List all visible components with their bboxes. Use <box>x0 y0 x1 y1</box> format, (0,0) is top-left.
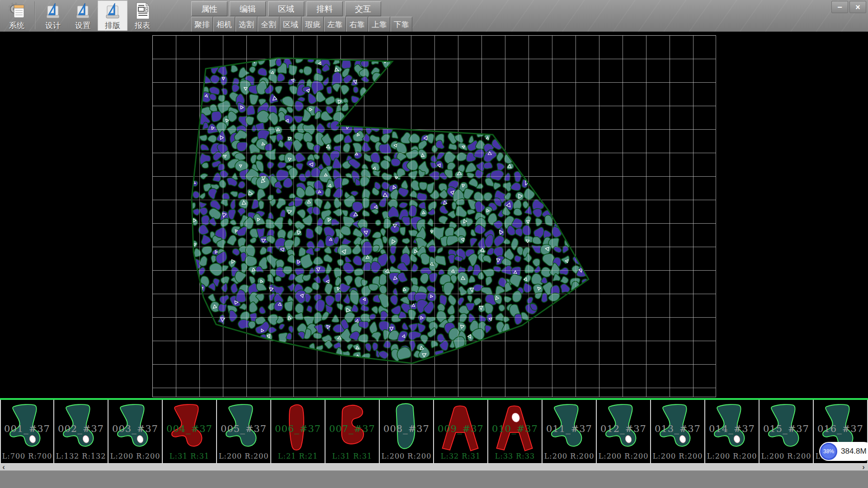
piece-name: 009_#37 <box>434 423 487 434</box>
piece-thumbnail[interactable]: 009_#37L:32 R:31 <box>434 400 488 463</box>
mode-button-label: 排版 <box>105 20 120 31</box>
progress-badge: 38% 384.8M <box>819 442 868 461</box>
piece-count-info: L:31 R:31 <box>326 452 379 460</box>
mode-button-label: 报表 <box>135 20 150 31</box>
menu-row-tools: 聚排相机选割全割区域瑕疵左靠右靠上靠下靠 <box>191 17 413 32</box>
scroll-left-arrow[interactable]: ‹ <box>0 464 7 471</box>
piece-name: 015_#37 <box>760 423 813 434</box>
menu-button-5[interactable]: 交互 <box>345 1 381 16</box>
mode-button-report[interactable]: 报表 <box>127 0 157 31</box>
piece-count-info: L:31 R:31 <box>163 452 216 460</box>
piece-name: 004_#37 <box>163 423 216 434</box>
menu-row-primary: 属性编辑区域排料交互 <box>191 1 383 16</box>
piece-name: 010_#37 <box>488 423 542 434</box>
set-square-icon <box>43 1 63 20</box>
piece-count-info: L:132 R:132 <box>54 452 108 460</box>
nesting-canvas[interactable] <box>0 32 868 398</box>
piece-count-info: L:200 R:200 <box>760 452 813 460</box>
piece-thumbnail[interactable]: 015_#37L:200 R:200 <box>760 400 814 463</box>
status-bar <box>0 470 868 488</box>
mode-button-bar: 系统设计设置排版报表 <box>2 0 157 31</box>
piece-name: 007_#37 <box>326 423 379 434</box>
window-controls: − × <box>831 1 866 13</box>
tool-button-3[interactable]: 选割 <box>236 17 257 32</box>
piece-thumbnail[interactable]: 012_#37L:200 R:200 <box>597 400 651 463</box>
piece-name: 012_#37 <box>597 423 650 434</box>
menu-button-2[interactable]: 编辑 <box>230 1 266 16</box>
tool-button-2[interactable]: 相机 <box>213 17 235 32</box>
mode-button-label: 系统 <box>9 20 24 31</box>
menu-button-3[interactable]: 区域 <box>268 1 304 16</box>
piece-thumbnail-strip: 001_#37L:700 R:700002_#37L:132 R:132003_… <box>0 398 868 463</box>
menu-button-4[interactable]: 排料 <box>307 1 343 16</box>
piece-thumbnail[interactable]: 014_#37L:200 R:200 <box>705 400 760 463</box>
close-button[interactable]: × <box>849 1 866 13</box>
main-toolbar: 系统设计设置排版报表 属性编辑区域排料交互 聚排相机选割全割区域瑕疵左靠右靠上靠… <box>0 0 868 32</box>
mode-button-label: 设置 <box>75 20 90 31</box>
tool-button-10[interactable]: 下靠 <box>391 17 412 32</box>
piece-name: 001_#37 <box>1 423 53 434</box>
piece-name: 014_#37 <box>705 423 759 434</box>
piece-name: 016_#37 <box>814 423 867 434</box>
piece-thumbnail[interactable]: 005_#37L:200 R:200 <box>217 400 271 463</box>
minimize-button[interactable]: − <box>831 1 848 13</box>
memory-usage-label: 384.8M <box>841 442 867 461</box>
tool-button-1[interactable]: 聚排 <box>191 17 213 32</box>
toolbar-divider <box>34 1 35 29</box>
piece-count-info: L:200 R:200 <box>651 452 704 460</box>
piece-count-info: L:21 R:21 <box>271 452 325 460</box>
report-icon <box>132 1 152 20</box>
piece-thumbnail[interactable]: 004_#37L:31 R:31 <box>163 400 217 463</box>
piece-count-info: L:700 R:700 <box>1 452 53 460</box>
piece-thumbnail[interactable]: 002_#37L:132 R:132 <box>54 400 108 463</box>
piece-name: 008_#37 <box>380 423 433 434</box>
piece-thumbnail[interactable]: 011_#37L:200 R:200 <box>542 400 597 463</box>
piece-thumbnail[interactable]: 006_#37L:21 R:21 <box>271 400 326 463</box>
mode-button-system[interactable]: 系统 <box>2 0 32 31</box>
piece-count-info: L:200 R:200 <box>108 452 162 460</box>
piece-name: 006_#37 <box>271 423 325 434</box>
scroll-right-arrow[interactable]: › <box>860 464 867 471</box>
piece-thumbnail[interactable]: 013_#37L:200 R:200 <box>651 400 705 463</box>
piece-count-info: L:200 R:200 <box>217 452 270 460</box>
tool-button-4[interactable]: 全割 <box>258 17 279 32</box>
tool-button-5[interactable]: 区域 <box>280 17 302 32</box>
piece-name: 005_#37 <box>217 423 270 434</box>
mode-button-setup[interactable]: 设置 <box>68 0 98 31</box>
mode-button-label: 设计 <box>45 20 61 31</box>
progress-percent-indicator: 38% <box>820 443 837 460</box>
piece-count-info: L:200 R:200 <box>597 452 650 460</box>
piece-count-info: L:32 R:31 <box>434 452 487 460</box>
piece-name: 011_#37 <box>542 423 596 434</box>
application-window: 系统设计设置排版报表 属性编辑区域排料交互 聚排相机选割全割区域瑕疵左靠右靠上靠… <box>0 0 868 488</box>
piece-name: 003_#37 <box>108 423 162 434</box>
tool-button-7[interactable]: 左靠 <box>324 17 346 32</box>
piece-name: 013_#37 <box>651 423 704 434</box>
piece-name: 002_#37 <box>54 423 108 434</box>
piece-count-info: L:200 R:200 <box>380 452 433 460</box>
piece-thumbnail[interactable]: 008_#37L:200 R:200 <box>380 400 434 463</box>
piece-count-info: L:200 R:200 <box>705 452 759 460</box>
piece-thumbnail[interactable]: 001_#37L:700 R:700 <box>0 400 54 463</box>
piece-thumbnail[interactable]: 003_#37L:200 R:200 <box>108 400 163 463</box>
piece-thumbnail[interactable]: 010_#37L:33 R:33 <box>488 400 542 463</box>
tool-button-6[interactable]: 瑕疵 <box>302 17 324 32</box>
mode-button-nesting[interactable]: 排版 <box>98 0 127 31</box>
piece-count-info: L:33 R:33 <box>488 452 542 460</box>
piece-count-info: L:200 R:200 <box>542 452 596 460</box>
mode-button-design[interactable]: 设计 <box>38 0 68 31</box>
set-square-icon <box>103 1 123 20</box>
tool-button-8[interactable]: 右靠 <box>346 17 368 32</box>
thumbnail-scrollbar[interactable]: ‹ › <box>0 463 868 471</box>
menu-button-1[interactable]: 属性 <box>191 1 227 16</box>
tool-button-9[interactable]: 上靠 <box>368 17 390 32</box>
system-gear-icon <box>7 1 27 20</box>
piece-thumbnail[interactable]: 007_#37L:31 R:31 <box>326 400 380 463</box>
set-square-icon <box>73 1 93 20</box>
